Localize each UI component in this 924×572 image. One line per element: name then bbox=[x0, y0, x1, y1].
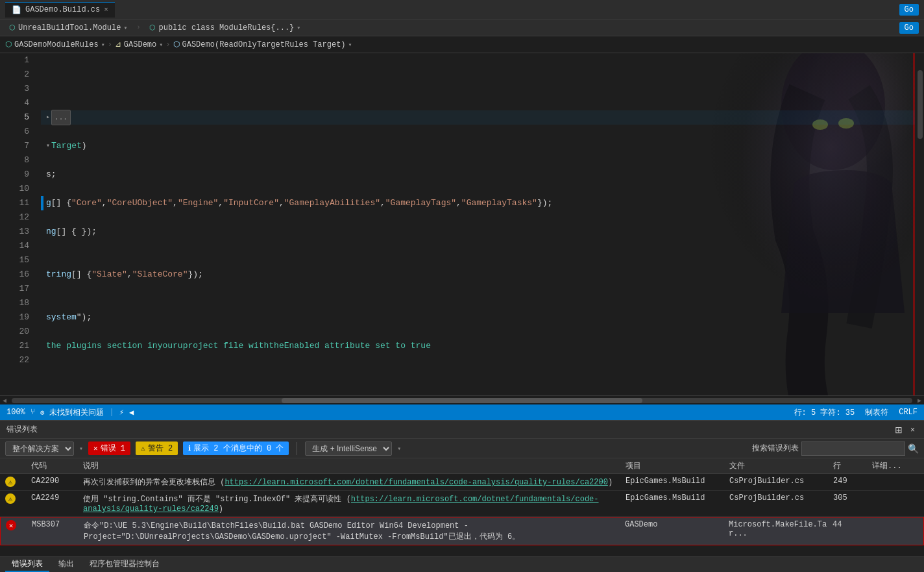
row2-line: 305 bbox=[831, 493, 869, 503]
breadcrumb-method-icon: ⊿ bbox=[115, 40, 121, 49]
col-line-header[interactable]: 行 bbox=[831, 460, 869, 471]
breadcrumb-label-2: GASDemo bbox=[124, 40, 156, 49]
nav-bar: ⬡ UnrealBuildTool.Module ▾ › ⬡ public cl… bbox=[0, 19, 924, 36]
row3-desc: 命令"D:\UE 5.3\Engine\Build\BatchFiles\Bui… bbox=[81, 520, 622, 542]
code-line-1 bbox=[41, 53, 924, 68]
error-panel-title: 错误列表 bbox=[6, 424, 38, 435]
code-line-7: ▾ Target) bbox=[41, 139, 924, 153]
line-info: 行: 5 字符: 35 bbox=[794, 407, 855, 418]
go-btn-nav[interactable]: Go bbox=[899, 22, 919, 34]
error-row-2[interactable]: ⚠ CA2249 使用 "string.Contains" 而不是 "strin… bbox=[0, 491, 924, 517]
col-project-header[interactable]: 项目 bbox=[623, 460, 727, 471]
col-code-header[interactable]: 代码 bbox=[29, 460, 80, 471]
code-line-5[interactable]: ▸ ... bbox=[41, 110, 924, 125]
info-filter-badge[interactable]: ℹ 展示 2 个消息中的 0 个 bbox=[183, 441, 289, 455]
error-icon-3: ✕ bbox=[6, 520, 16, 530]
row1-line: 249 bbox=[831, 477, 869, 486]
error-row-3[interactable]: ✕ MSB307 命令"D:\UE 5.3\Engine\Build\Batch… bbox=[0, 517, 924, 545]
panel-header-controls: ⊞ × bbox=[892, 423, 918, 436]
filter-settings-icon[interactable]: ⚙ bbox=[40, 408, 45, 417]
warn-icon-2: ⚠ bbox=[5, 493, 16, 504]
editor-area: 1 2 3 4 5 6 7 8 9 10 11 12 13 14 15 16 1… bbox=[0, 53, 924, 395]
warn-icon-1: ⚠ bbox=[5, 477, 16, 487]
class-icon-nav: ⬡ bbox=[149, 23, 156, 32]
nav-item-1-label: UnrealBuildTool.Module bbox=[18, 23, 121, 32]
scroll-right-arrow[interactable]: ▶ bbox=[915, 396, 924, 405]
nav-item-1[interactable]: ⬡ UnrealBuildTool.Module ▾ bbox=[5, 22, 131, 34]
code-line-20 bbox=[41, 325, 924, 339]
line-ending-label: CRLF bbox=[899, 408, 918, 417]
folded-region-5[interactable]: ... bbox=[51, 110, 71, 125]
tab-output[interactable]: 输出 bbox=[52, 557, 80, 572]
breadcrumb-class-icon: ⬡ bbox=[5, 40, 12, 49]
search-section: 搜索错误列表 🔍 bbox=[752, 441, 919, 456]
error-row-1[interactable]: ⚠ CA2200 再次引发捕获到的异常会更改堆栈信息 (https://lear… bbox=[0, 474, 924, 491]
editor-scrollbar[interactable] bbox=[915, 53, 924, 395]
code-line-2 bbox=[41, 68, 924, 82]
scope-dropdown-arrow: ▾ bbox=[79, 445, 83, 453]
tab-error-list[interactable]: 错误列表 bbox=[5, 557, 49, 572]
scroll-track[interactable] bbox=[12, 398, 912, 403]
error-panel: 错误列表 ⊞ × 整个解决方案 ▾ ✕ 错误 1 ⚠ 警告 2 ℹ 展示 2 个… bbox=[0, 420, 924, 556]
col-desc-header[interactable]: 说明 bbox=[80, 460, 623, 471]
info-count-label: 展示 2 个消息中的 0 个 bbox=[193, 443, 284, 454]
close-panel-button[interactable]: × bbox=[908, 424, 918, 436]
status-right: 行: 5 字符: 35 制表符 CRLF bbox=[794, 407, 918, 418]
go-button[interactable]: Go bbox=[899, 4, 919, 16]
nav-item-2[interactable]: ⬡ public class ModuleRules{...} ▾ bbox=[145, 22, 304, 34]
filter-icon[interactable]: ⚡ bbox=[119, 408, 124, 417]
col-file-header[interactable]: 文件 bbox=[727, 460, 831, 471]
error-toolbar: 整个解决方案 ▾ ✕ 错误 1 ⚠ 警告 2 ℹ 展示 2 个消息中的 0 个 … bbox=[0, 439, 924, 458]
title-bar: 📄 GASDemo.Build.cs × Go bbox=[0, 0, 924, 19]
row1-code: CA2200 bbox=[29, 477, 80, 486]
scroll-thumb[interactable] bbox=[282, 398, 642, 403]
error-filter-badge[interactable]: ✕ 错误 1 bbox=[88, 441, 130, 455]
error-table-header: 代码 说明 项目 文件 行 详细... bbox=[0, 458, 924, 474]
code-line-6 bbox=[41, 125, 924, 139]
row2-project: EpicGames.MsBuild bbox=[623, 493, 727, 503]
code-line-8 bbox=[41, 153, 924, 168]
fold-arrow-7[interactable]: ▾ bbox=[46, 139, 50, 153]
file-tab-label: GASDemo.Build.cs bbox=[25, 5, 100, 14]
breadcrumb-1[interactable]: ⬡ GASDemoModuleRules ▾ bbox=[5, 40, 105, 49]
toolbar-divider bbox=[297, 442, 297, 455]
search-input[interactable] bbox=[801, 441, 905, 456]
fold-arrow-5[interactable]: ▸ bbox=[46, 110, 50, 125]
scrollbar-thumb[interactable] bbox=[918, 70, 923, 138]
build-select[interactable]: 生成 + IntelliSense bbox=[305, 441, 392, 456]
breadcrumb-3[interactable]: ⬡ GASDemo(ReadOnlyTargetRules Target) ▾ bbox=[173, 40, 352, 49]
row3-icon-cell: ✕ bbox=[3, 520, 29, 530]
search-button[interactable]: 🔍 bbox=[908, 443, 919, 454]
code-line-16: tring[] { "Slate", "SlateCore" }); bbox=[41, 267, 924, 282]
file-tab[interactable]: 📄 GASDemo.Build.cs × bbox=[5, 2, 115, 18]
code-line-4 bbox=[41, 96, 924, 110]
row3-project: GASDemo bbox=[622, 520, 726, 529]
breadcrumb-2[interactable]: ⊿ GASDemo ▾ bbox=[115, 40, 163, 49]
horizontal-scrollbar[interactable]: ◀ ▶ bbox=[0, 395, 924, 404]
breadcrumb-param-icon: ⬡ bbox=[173, 40, 180, 49]
breadcrumb-bar: ⬡ GASDemoModuleRules ▾ › ⊿ GASDemo ▾ › ⬡… bbox=[0, 36, 924, 53]
scope-select[interactable]: 整个解决方案 bbox=[5, 441, 74, 456]
code-content[interactable]: ▸ ... ▾ Target) s; g[] { "Core", "CoreUO… bbox=[36, 53, 924, 395]
code-line-13: ng[] { }); bbox=[41, 225, 924, 239]
row1-icon-cell: ⚠ bbox=[3, 477, 29, 487]
scroll-left-arrow[interactable]: ◀ bbox=[0, 396, 9, 405]
close-icon[interactable]: × bbox=[104, 6, 108, 14]
encoding-label: 制表符 bbox=[865, 407, 888, 418]
code-line-18 bbox=[41, 296, 924, 310]
code-line-19: system"); bbox=[41, 310, 924, 325]
row2-icon-cell: ⚠ bbox=[3, 493, 29, 504]
code-line-14 bbox=[41, 239, 924, 253]
col-detail-header[interactable]: 详细... bbox=[869, 460, 921, 471]
code-line-3 bbox=[41, 82, 924, 96]
breadcrumb-label-3: GASDemo(ReadOnlyTargetRules Target) bbox=[182, 40, 346, 49]
scroll-indicator-left[interactable]: ◀ bbox=[129, 408, 134, 417]
module-icon: ⬡ bbox=[9, 23, 16, 32]
row3-file: Microsoft.MakeFile.Tar... bbox=[726, 520, 830, 538]
tab-package-manager[interactable]: 程序包管理器控制台 bbox=[83, 557, 166, 572]
dock-button[interactable]: ⊞ bbox=[892, 423, 905, 436]
warn-filter-badge[interactable]: ⚠ 警告 2 bbox=[136, 441, 178, 455]
no-problems-label: 未找到相关问题 bbox=[49, 407, 104, 418]
bottom-tabs: 错误列表 输出 程序包管理器控制台 bbox=[0, 556, 924, 572]
status-left: 100% ⑂ ⚙ 未找到相关问题 | ⚡ ◀ bbox=[6, 407, 134, 418]
